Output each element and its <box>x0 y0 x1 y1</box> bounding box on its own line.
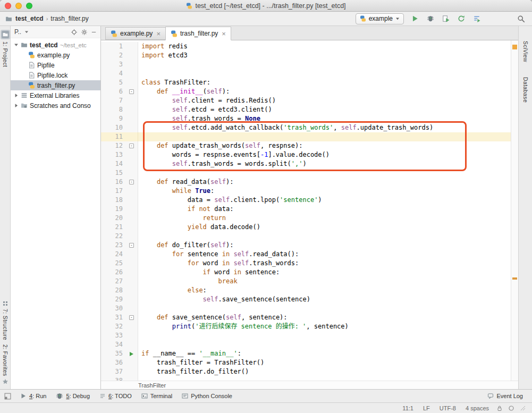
editor-gutter[interactable]: 28 <box>101 286 138 295</box>
editor-gutter[interactable]: 8 <box>101 105 138 114</box>
error-stripe-scrollbar[interactable] <box>511 40 518 381</box>
code-line[interactable]: 29 self.save_sentence(sentence) <box>101 295 511 304</box>
editor-gutter[interactable]: 23- <box>101 241 138 250</box>
code-text[interactable]: yield data.decode() <box>138 223 511 232</box>
code-text[interactable]: else: <box>138 286 511 295</box>
code-text[interactable]: self.client = redis.Redis() <box>138 96 511 105</box>
editor-gutter[interactable]: 4 <box>101 69 138 78</box>
status-widget-4-spaces[interactable]: 4 spaces <box>461 405 494 411</box>
code-text[interactable]: self.save_sentence(sentence) <box>138 295 511 304</box>
toolwindow-button-4-run[interactable]: 4: Run <box>15 392 51 400</box>
code-line[interactable]: 14 self.trash_words = words.split(',') <box>101 159 511 168</box>
fold-icon[interactable]: - <box>129 315 134 320</box>
zoom-window-button[interactable] <box>26 3 32 9</box>
code-line[interactable]: 22 <box>101 232 511 241</box>
code-text[interactable]: class TrashFilter: <box>138 78 511 87</box>
run-configuration-select[interactable]: example <box>356 13 404 24</box>
editor-gutter[interactable]: 5 <box>101 78 138 87</box>
project-tree-item[interactable]: Pipfile.lock <box>11 70 100 80</box>
editor-gutter[interactable]: 22 <box>101 232 138 241</box>
code-text[interactable]: import redis <box>138 42 511 51</box>
code-line[interactable]: 3 <box>101 60 511 69</box>
run-line-icon[interactable] <box>130 352 133 356</box>
fold-icon[interactable]: - <box>129 89 134 94</box>
code-text[interactable]: trash_filter.do_filter() <box>138 367 511 376</box>
code-text[interactable]: self.trash_words = words.split(',') <box>138 159 511 168</box>
code-line[interactable]: 11 <box>101 132 511 141</box>
project-view-dropdown[interactable]: P.. <box>14 28 21 36</box>
editor-gutter[interactable]: 11 <box>101 132 138 141</box>
editor-gutter[interactable]: 26 <box>101 268 138 277</box>
coverage-button[interactable] <box>440 13 452 24</box>
toolwindow-button-6-todo[interactable]: 6: TODO <box>95 392 137 400</box>
editor-gutter[interactable]: 18 <box>101 196 138 205</box>
toolwindow-switcher-icon[interactable] <box>4 393 11 400</box>
editor-gutter[interactable]: 25 <box>101 259 138 268</box>
code-text[interactable]: if not data: <box>138 205 511 214</box>
resize-grip-icon[interactable] <box>520 406 526 411</box>
editor-gutter[interactable]: 38 <box>101 376 138 381</box>
code-text[interactable]: def do_filter(self): <box>138 241 511 250</box>
code-text[interactable] <box>138 340 511 349</box>
editor-gutter[interactable]: 37 <box>101 367 138 376</box>
editor-gutter[interactable]: 30 <box>101 304 138 313</box>
code-editor[interactable]: 1import redis2import etcd3345class Trash… <box>101 40 511 381</box>
close-tab-icon[interactable]: × <box>155 30 161 37</box>
toolwindow-button-sciview[interactable]: SciView <box>522 41 529 62</box>
code-text[interactable]: self.etcd.add_watch_callback('trash_word… <box>138 123 511 132</box>
code-line[interactable]: 32 print('进行后续保存 sentence 的操作: ', senten… <box>101 322 511 331</box>
code-line[interactable]: 23- def do_filter(self): <box>101 241 511 250</box>
editor-gutter[interactable]: 21 <box>101 223 138 232</box>
fold-icon[interactable]: - <box>129 180 134 184</box>
code-line[interactable]: 18 data = self.client.lpop('sentence') <box>101 196 511 205</box>
editor-gutter[interactable]: 3 <box>101 60 138 69</box>
editor-gutter[interactable]: 9 <box>101 114 138 123</box>
code-text[interactable]: trash_filter = TrashFilter() <box>138 358 511 367</box>
code-line[interactable]: 20 return <box>101 214 511 223</box>
code-line[interactable]: 34 <box>101 340 511 349</box>
profiler-button[interactable] <box>471 13 483 24</box>
editor-gutter[interactable]: 17 <box>101 187 138 196</box>
code-line[interactable]: 7 self.client = redis.Redis() <box>101 96 511 105</box>
code-line[interactable]: 31- def save_sentence(self, sentence): <box>101 313 511 322</box>
code-line[interactable]: 16- def read_data(self): <box>101 178 511 187</box>
editor-gutter[interactable]: 13 <box>101 150 138 159</box>
chevron-down-icon[interactable] <box>24 30 29 34</box>
stripe-mark[interactable] <box>512 277 517 280</box>
code-line[interactable]: 5class TrashFilter: <box>101 78 511 87</box>
close-window-button[interactable] <box>5 3 11 9</box>
minimize-window-button[interactable] <box>15 3 22 9</box>
editor-gutter[interactable]: 7 <box>101 96 138 105</box>
code-text[interactable] <box>138 69 511 78</box>
code-text[interactable]: if word in sentence: <box>138 268 511 277</box>
project-tree-item[interactable]: External Libraries <box>11 90 100 100</box>
editor-gutter[interactable]: 32 <box>101 322 138 331</box>
editor-gutter[interactable]: 34 <box>101 340 138 349</box>
code-text[interactable]: words = respnse.events[-1].value.decode(… <box>138 150 511 159</box>
project-tree-item[interactable]: Scratches and Conso <box>11 100 100 111</box>
editor-gutter[interactable]: 20 <box>101 214 138 223</box>
code-line[interactable]: 25 for word in self.trash_words: <box>101 259 511 268</box>
editor-gutter[interactable]: 31- <box>101 313 138 322</box>
toolwindow-button-event-log[interactable]: Event Log <box>483 392 528 400</box>
fold-icon[interactable]: - <box>129 144 134 148</box>
code-text[interactable]: def update_trash_words(self, respnse): <box>138 141 511 150</box>
project-tree-item[interactable]: example.py <box>11 50 100 60</box>
run-button[interactable] <box>409 13 421 24</box>
code-line[interactable]: 37 trash_filter.do_filter() <box>101 367 511 376</box>
editor-gutter[interactable]: 14 <box>101 159 138 168</box>
code-text[interactable] <box>138 232 511 241</box>
search-everywhere-button[interactable] <box>515 13 527 24</box>
breadcrumb-class[interactable]: TrashFilter <box>138 382 166 389</box>
code-line[interactable]: 4 <box>101 69 511 78</box>
code-text[interactable]: break <box>138 277 511 286</box>
code-text[interactable]: if __name__ == '__main__': <box>138 349 511 358</box>
code-text[interactable]: import etcd3 <box>138 51 511 60</box>
editor-gutter[interactable]: 27 <box>101 277 138 286</box>
status-widget-11-1[interactable]: 11:1 <box>398 405 418 411</box>
code-line[interactable]: 9 self.trash_words = None <box>101 114 511 123</box>
code-text[interactable]: return <box>138 214 511 223</box>
editor-gutter[interactable]: 24 <box>101 250 138 259</box>
code-line[interactable]: 1import redis <box>101 42 511 51</box>
debug-button[interactable] <box>425 13 436 24</box>
